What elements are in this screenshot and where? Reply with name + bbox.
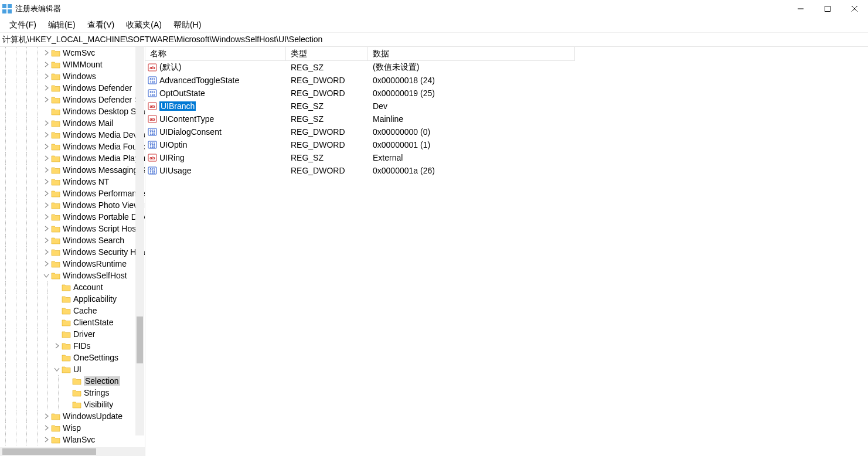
list-item[interactable]: UIUsageREG_DWORD0x0000001a (26) <box>145 164 575 177</box>
folder-icon <box>51 131 60 139</box>
tree-node[interactable]: Strings <box>0 387 145 399</box>
chevron-right-icon[interactable] <box>42 189 50 198</box>
column-data[interactable]: 数据 <box>368 47 575 60</box>
chevron-right-icon[interactable] <box>42 435 50 444</box>
tree-node[interactable]: Visibility <box>0 399 145 410</box>
menu-file[interactable]: 文件(F) <box>4 19 42 32</box>
list-item[interactable]: (默认)REG_SZ(数值未设置) <box>145 61 575 74</box>
tree-node[interactable]: Windows Mail <box>0 117 145 129</box>
tree-node[interactable]: Windows Script Host <box>0 223 145 234</box>
tree-node[interactable]: WcmSvc <box>0 47 145 59</box>
tree-node[interactable]: Windows NT <box>0 176 145 188</box>
tree-node[interactable]: UI <box>0 363 145 375</box>
tree-node[interactable]: Windows Media Player NSS <box>0 152 145 164</box>
chevron-right-icon[interactable] <box>42 84 50 92</box>
dword-value-icon <box>148 140 157 149</box>
tree-node[interactable]: Selection <box>0 375 145 387</box>
folder-icon <box>62 342 71 350</box>
menu-help[interactable]: 帮助(H) <box>168 19 207 32</box>
chevron-right-icon[interactable] <box>42 248 50 256</box>
tree-node[interactable]: Windows Search <box>0 234 145 246</box>
column-type[interactable]: 类型 <box>286 47 368 60</box>
list-item[interactable]: OptOutStateREG_DWORD0x00000019 (25) <box>145 87 575 100</box>
chevron-right-icon[interactable] <box>42 119 50 127</box>
tree-node[interactable]: Windows Photo Viewer <box>0 199 145 211</box>
tree-node[interactable]: Driver <box>0 328 145 340</box>
values-list[interactable]: (默认)REG_SZ(数值未设置)AdvancedToggleStateREG_… <box>145 61 575 177</box>
tree-vertical-scrollbar[interactable] <box>135 47 144 435</box>
chevron-right-icon[interactable] <box>53 342 61 350</box>
tree-node[interactable]: WindowsRuntime <box>0 258 145 270</box>
chevron-right-icon[interactable] <box>42 142 50 151</box>
chevron-right-icon[interactable] <box>42 260 50 268</box>
tree-node[interactable]: Windows Portable Devices <box>0 211 145 223</box>
values-pane[interactable]: 名称 类型 数据 (默认)REG_SZ(数值未设置)AdvancedToggle… <box>145 47 575 456</box>
tree-node[interactable]: Windows Media Device Manager <box>0 129 145 141</box>
list-item[interactable]: UIContentTypeREG_SZMainline <box>145 113 575 125</box>
chevron-right-icon[interactable] <box>42 201 50 209</box>
minimize-button[interactable] <box>787 0 814 18</box>
chevron-right-icon[interactable] <box>42 96 50 104</box>
titlebar: 注册表编辑器 <box>0 0 868 18</box>
list-item[interactable]: UIBranchREG_SZDev <box>145 100 575 113</box>
chevron-right-icon[interactable] <box>42 166 50 174</box>
tree-node[interactable]: Windows Security Health <box>0 246 145 258</box>
column-name[interactable]: 名称 <box>145 47 286 60</box>
chevron-right-icon[interactable] <box>42 224 50 233</box>
tree-node[interactable]: ClientState <box>0 317 145 328</box>
tree-node-label: Windows Portable Devices <box>63 212 145 222</box>
menu-view[interactable]: 查看(V) <box>81 19 121 32</box>
tree-node-label: WIMMount <box>63 60 103 69</box>
tree[interactable]: WcmSvcWIMMountWindowsWindows DefenderWin… <box>0 47 145 447</box>
tree-node[interactable]: Windows Defender <box>0 82 145 94</box>
dword-value-icon <box>148 166 157 175</box>
chevron-right-icon[interactable] <box>42 131 50 139</box>
chevron-down-icon[interactable] <box>53 365 61 373</box>
tree-node[interactable]: WindowsSelfHost <box>0 270 145 281</box>
chevron-right-icon[interactable] <box>42 72 50 80</box>
tree-hscroll-thumb[interactable] <box>2 448 96 455</box>
tree-node[interactable]: WIMMount <box>0 59 145 70</box>
chevron-right-icon[interactable] <box>42 154 50 162</box>
chevron-right-icon[interactable] <box>42 213 50 221</box>
chevron-right-icon[interactable] <box>42 412 50 420</box>
maximize-button[interactable] <box>814 0 841 18</box>
chevron-right-icon[interactable] <box>42 49 50 57</box>
tree-node[interactable]: Windows <box>0 70 145 82</box>
tree-node[interactable]: Windows Desktop Search <box>0 106 145 117</box>
chevron-right-icon[interactable] <box>42 236 50 244</box>
chevron-right-icon[interactable] <box>42 178 50 186</box>
tree-node[interactable]: Windows Messaging Subsystem <box>0 164 145 176</box>
tree-node[interactable]: Cache <box>0 305 145 317</box>
tree-node[interactable]: Account <box>0 281 145 293</box>
tree-horizontal-scrollbar[interactable] <box>0 447 145 456</box>
tree-node[interactable]: Windows Defender Security Center <box>0 94 145 106</box>
tree-node-label: Wisp <box>63 423 81 433</box>
close-button[interactable] <box>841 0 868 18</box>
list-item[interactable]: AdvancedToggleStateREG_DWORD0x00000018 (… <box>145 74 575 87</box>
menu-favorites[interactable]: 收藏夹(A) <box>120 19 168 32</box>
value-name: UIBranch <box>159 101 196 111</box>
value-type: REG_SZ <box>286 101 368 111</box>
list-item[interactable]: UIOptinREG_DWORD0x00000001 (1) <box>145 138 575 151</box>
tree-node[interactable]: OneSettings <box>0 352 145 363</box>
menu-edit[interactable]: 编辑(E) <box>42 19 81 32</box>
folder-icon <box>51 60 60 69</box>
tree-node[interactable]: Wisp <box>0 422 145 434</box>
tree-node[interactable]: Windows Media Foundation <box>0 141 145 152</box>
tree-pane[interactable]: WcmSvcWIMMountWindowsWindows DefenderWin… <box>0 47 145 456</box>
tree-scroll-thumb[interactable] <box>137 317 143 363</box>
tree-node[interactable]: Applicability <box>0 293 145 305</box>
tree-node[interactable]: WlanSvc <box>0 434 145 445</box>
chevron-right-icon[interactable] <box>42 424 50 432</box>
list-item[interactable]: UIRingREG_SZExternal <box>145 151 575 164</box>
chevron-down-icon[interactable] <box>42 271 50 280</box>
chevron-right-icon[interactable] <box>42 60 50 69</box>
tree-node[interactable]: WindowsUpdate <box>0 410 145 422</box>
tree-node[interactable]: Windows Performance Toolkit <box>0 188 145 199</box>
address-bar[interactable]: 计算机\HKEY_LOCAL_MACHINE\SOFTWARE\Microsof… <box>0 33 868 47</box>
folder-icon <box>62 318 71 326</box>
menubar: 文件(F) 编辑(E) 查看(V) 收藏夹(A) 帮助(H) <box>0 18 868 33</box>
list-item[interactable]: UIDialogConsentREG_DWORD0x00000000 (0) <box>145 125 575 138</box>
tree-node[interactable]: FIDs <box>0 340 145 352</box>
